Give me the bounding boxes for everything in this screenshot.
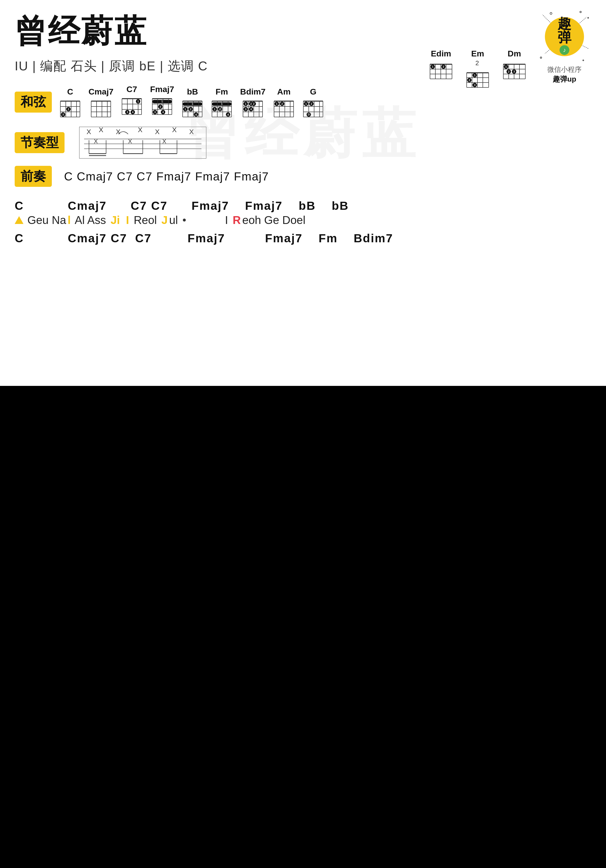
svg-text:1: 1	[305, 102, 307, 105]
rhythm-label: 节奏型	[15, 132, 65, 153]
dot-icon	[183, 219, 186, 222]
chord-bb: bB 1 1 2	[182, 87, 204, 119]
chord-edim-name: Edim	[431, 49, 451, 58]
svg-text:2: 2	[469, 79, 470, 82]
svg-text:1: 1	[432, 65, 434, 68]
chord-c7: C7 1 3	[121, 85, 143, 119]
svg-text:3: 3	[62, 113, 64, 116]
svg-text:1: 1	[505, 65, 507, 68]
lyric-text-4: Reol	[131, 214, 160, 227]
chord-c: C 2 3	[59, 87, 81, 119]
chord-fm-diagram: 1 1 2 4	[211, 98, 233, 119]
svg-text:1: 1	[137, 100, 139, 103]
chord-em-name: Em	[471, 49, 484, 58]
svg-text:X: X	[116, 128, 121, 136]
lyric-text-6: I	[191, 214, 231, 227]
chord-fm: Fm 1 1 2	[211, 87, 233, 119]
svg-text:X: X	[94, 138, 98, 144]
chord-dm-name: Dm	[508, 49, 521, 58]
svg-text:3: 3	[245, 108, 246, 111]
chord-c-diagram: 2 3	[59, 98, 81, 119]
svg-text:2: 2	[443, 65, 444, 68]
svg-text:1: 1	[192, 102, 193, 105]
chord-g-diagram: 1 2 3	[302, 98, 324, 119]
chord-fmaj7-diagram: 1 2 3	[151, 95, 173, 119]
svg-text:X: X	[155, 128, 160, 136]
lyric-text-7: eoh Ge Doel	[242, 214, 305, 227]
svg-text:1: 1	[221, 102, 223, 105]
chord-bdim7: Bdim7 1 2 3	[240, 87, 266, 119]
prelude-section: 前奏 C Cmaj7 C7 C7 Fmaj7 Fmaj7 Fmaj7	[15, 166, 591, 187]
triangle-icon	[15, 216, 23, 224]
svg-text:4: 4	[132, 111, 134, 113]
lyric-text-1: Geu Na	[27, 214, 66, 227]
svg-text:4: 4	[227, 113, 229, 116]
svg-text:3: 3	[154, 111, 156, 113]
chord-em: Em 2 1 2 3	[464, 49, 491, 90]
chord-g: G 1 2 3	[302, 87, 324, 119]
prelude-label: 前奏	[15, 166, 52, 187]
song-title: 曾经蔚蓝	[15, 10, 591, 53]
lyric-text-2: Al Ass	[72, 214, 109, 227]
chord-line-2: C Cmaj7 C7 C7 Fmaj7 Fmaj7 Fm Bdim7	[15, 231, 591, 245]
svg-text:3: 3	[513, 70, 515, 73]
chord-line-1: C Cmaj7 C7 C7 Fmaj7 Fmaj7 bB bB	[15, 199, 591, 212]
svg-text:1: 1	[474, 74, 475, 77]
lyric-red-1: R	[233, 214, 241, 227]
lyric-highlight-1: l	[68, 214, 71, 227]
svg-text:1: 1	[162, 100, 163, 103]
chord-edim-diagram: 1 2	[427, 59, 454, 81]
svg-text:X: X	[162, 138, 166, 144]
chord-row: C 2 3	[59, 85, 324, 119]
chord-fmaj7: Fmaj7 1 2	[150, 85, 174, 119]
chord-bb-diagram: 1 1 2 4	[182, 98, 204, 119]
chord-cmaj7-diagram	[90, 98, 112, 119]
rhythm-section: 节奏型 X X X X X X X X X X	[15, 127, 591, 158]
svg-text:4: 4	[195, 113, 197, 116]
logo-brand: 趣弹	[551, 17, 578, 44]
logo-area: 趣弹 ♪ 微信小程序 趣弹up	[538, 10, 591, 84]
lyric-section: C Cmaj7 C7 C7 Fmaj7 Fmaj7 bB bB Geu Nal …	[15, 199, 591, 245]
svg-text:3: 3	[127, 111, 128, 113]
svg-text:1: 1	[185, 108, 186, 111]
svg-text:4: 4	[162, 111, 164, 113]
lyric-text-3	[121, 214, 125, 227]
prelude-chords: C Cmaj7 C7 C7 Fmaj7 Fmaj7 Fmaj7	[64, 170, 269, 183]
svg-text:X: X	[189, 128, 194, 136]
hechord-label: 和弦	[15, 91, 52, 113]
chord-cmaj7: Cmaj7	[89, 87, 113, 119]
svg-text:2: 2	[508, 70, 510, 73]
svg-text:2: 2	[68, 108, 69, 111]
top-chord-diagrams: Edim 1 2 Em 2	[427, 49, 528, 90]
chord-bdim7-diagram: 1 2 3 4 2	[242, 98, 264, 119]
svg-text:2: 2	[253, 102, 255, 105]
chord-am: Am 1 2	[273, 87, 295, 119]
svg-text:X: X	[99, 127, 103, 133]
chord-edim: Edim 1 2	[427, 49, 454, 81]
svg-text:X: X	[128, 138, 132, 144]
svg-text:X: X	[172, 127, 177, 133]
svg-text:X: X	[87, 128, 91, 136]
svg-text:2: 2	[219, 108, 221, 111]
svg-text:2: 2	[190, 108, 191, 111]
logo-mini-program: 微信小程序	[538, 65, 591, 74]
chord-dm-diagram: 1 2 3	[501, 59, 528, 81]
lyric-highlight-2: Ji	[110, 214, 120, 227]
lyric-line-1: Geu Nal Al Ass Ji I Reol Jul I Reoh Ge D…	[15, 214, 591, 227]
lyric-highlight-3: I	[126, 214, 129, 227]
svg-text:3: 3	[308, 113, 309, 116]
svg-text:3: 3	[474, 84, 475, 87]
svg-text:X: X	[138, 127, 143, 133]
chord-am-diagram: 1 2	[273, 98, 295, 119]
svg-text:2: 2	[281, 102, 283, 105]
lyric-text-5: ul	[169, 214, 178, 227]
svg-text:1: 1	[214, 108, 215, 111]
bottom-section	[0, 386, 606, 868]
rhythm-diagram: X X X X X X X X X X	[79, 127, 206, 158]
chord-dm: Dm 1 2 3	[501, 49, 528, 81]
svg-text:1: 1	[245, 102, 246, 105]
chord-em-diagram: 1 2 3	[464, 68, 491, 90]
svg-text:1: 1	[276, 102, 277, 105]
svg-text:2: 2	[311, 102, 312, 105]
svg-text:2: 2	[160, 105, 161, 108]
